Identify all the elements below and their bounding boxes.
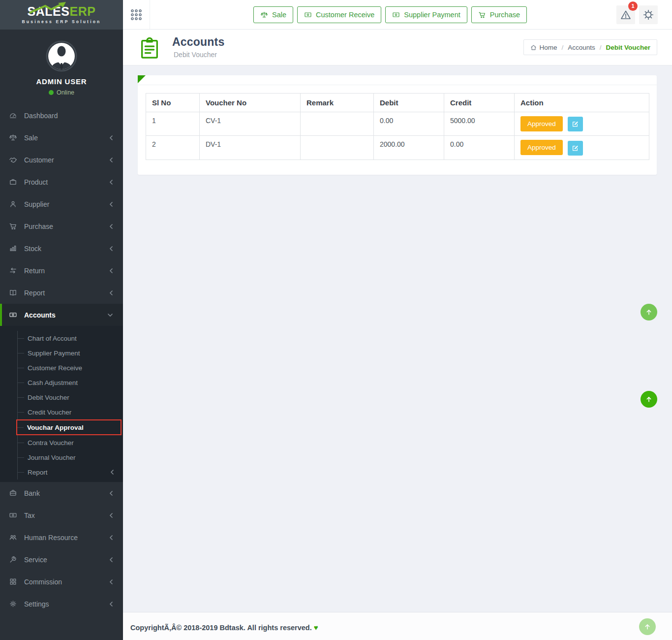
chevron-left-icon (109, 601, 113, 607)
chevron-left-icon (109, 557, 113, 563)
submenu-item-supplier-payment[interactable]: Supplier Payment (17, 346, 123, 360)
cell-debit: 2000.00 (374, 136, 444, 160)
chevron-down-icon (107, 313, 113, 317)
app-logo[interactable]: SALESERP Business ERP Solution (0, 0, 123, 30)
chevron-left-icon (109, 179, 113, 185)
breadcrumb: Home / Accounts / Debit Voucher (523, 39, 657, 55)
notifications-button[interactable]: 1 (616, 5, 635, 24)
sidebar-item-dashboard[interactable]: Dashboard (0, 104, 123, 127)
col-credit: Credit (444, 94, 515, 112)
breadcrumb-accounts[interactable]: Accounts (568, 44, 595, 51)
notification-badge: 1 (628, 1, 638, 11)
cell-voucher-no: DV-1 (200, 136, 301, 160)
settings-button[interactable] (639, 5, 658, 24)
scroll-top-button[interactable] (641, 304, 657, 320)
sale-quick-button[interactable]: Sale (253, 6, 293, 23)
sidebar-item-report[interactable]: Report (0, 282, 123, 304)
chevron-left-icon (109, 201, 113, 207)
edit-button[interactable] (568, 141, 583, 156)
sidebar-item-supplier[interactable]: Supplier (0, 193, 123, 215)
submenu-item-cash-adjustment[interactable]: Cash Adjustment (17, 375, 123, 390)
grid-menu-wrap (123, 0, 150, 29)
submenu-item-report[interactable]: Report (17, 465, 123, 480)
chevron-left-icon (109, 224, 113, 229)
customer-receive-quick-button[interactable]: Customer Receive (297, 6, 381, 23)
purchase-quick-button[interactable]: Purchase (471, 6, 527, 23)
cell-action: Approved (515, 136, 649, 160)
col-debit: Debit (374, 94, 444, 112)
gear-icon (9, 600, 17, 608)
voucher-table: Sl No Voucher No Remark Debit Credit Act… (146, 93, 649, 160)
tools-icon (9, 555, 17, 564)
money-icon (304, 11, 312, 19)
breadcrumb-separator: / (561, 44, 563, 51)
col-action: Action (515, 94, 649, 112)
cell-debit: 0.00 (374, 112, 444, 136)
scale-icon (9, 133, 17, 142)
arrow-up-icon (645, 308, 653, 316)
money-icon (392, 11, 400, 19)
return-arrows-icon (9, 266, 17, 275)
cart-icon (478, 11, 486, 19)
book-icon (9, 288, 17, 297)
submenu-item-journal-voucher[interactable]: Journal Voucher (17, 450, 123, 465)
scroll-top-button[interactable] (639, 618, 656, 635)
scroll-top-button[interactable] (641, 391, 657, 408)
avatar[interactable] (46, 40, 77, 72)
chevron-left-icon (109, 268, 113, 274)
sidebar-item-return[interactable]: Return (0, 259, 123, 282)
sidebar-item-service[interactable]: Service (0, 548, 123, 571)
sidebar-item-accounts[interactable]: Accounts (0, 304, 123, 326)
warning-icon (620, 9, 632, 21)
submenu-item-credit-voucher[interactable]: Credit Voucher (17, 405, 123, 419)
submenu-item-chart-of-account[interactable]: Chart of Account (17, 331, 123, 346)
edit-button[interactable] (568, 117, 583, 131)
card-header (138, 75, 657, 85)
main-content: Sl No Voucher No Remark Debit Credit Act… (123, 65, 672, 612)
money-icon (9, 511, 17, 519)
submenu-item-debit-voucher[interactable]: Debit Voucher (17, 390, 123, 405)
sidebar-item-human-resource[interactable]: Human Resource (0, 526, 123, 548)
cell-action: Approved (515, 112, 649, 136)
sidebar-item-tax[interactable]: Tax (0, 504, 123, 526)
handshake-icon (9, 156, 17, 164)
edit-pencil-icon (572, 121, 579, 128)
gear-icon (642, 8, 655, 21)
sidebar-item-customer[interactable]: Customer (0, 149, 123, 171)
accounts-submenu: Chart of Account Supplier Payment Custom… (0, 326, 123, 482)
submenu-item-vouchar-approval[interactable]: Vouchar Approval (16, 419, 122, 435)
chevron-left-icon (109, 246, 113, 252)
user-profile: ADMIN USER Online (0, 30, 123, 104)
sidebar-item-stock[interactable]: Stock (0, 237, 123, 259)
breadcrumb-home[interactable]: Home (530, 44, 557, 51)
voucher-card: Sl No Voucher No Remark Debit Credit Act… (138, 75, 657, 175)
app-root: SALESERP Business ERP Solution ADMIN USE… (0, 0, 672, 640)
sidebar-item-commission[interactable]: Commission (0, 571, 123, 593)
table-row: 1 CV-1 0.00 5000.00 Approved (146, 112, 649, 136)
submenu-item-customer-receive[interactable]: Customer Receive (17, 360, 123, 375)
cell-voucher-no: CV-1 (200, 112, 301, 136)
sidebar-item-purchase[interactable]: Purchase (0, 215, 123, 237)
grid-menu-button[interactable] (130, 8, 143, 21)
sidebar-item-settings[interactable]: Settings (0, 593, 123, 615)
approved-button[interactable]: Approved (520, 140, 563, 155)
logo-tagline: Business ERP Solution (22, 19, 101, 24)
cell-credit: 0.00 (444, 136, 515, 160)
breadcrumb-current: Debit Voucher (606, 44, 650, 51)
sidebar-item-sale[interactable]: Sale (0, 127, 123, 149)
approved-button[interactable]: Approved (520, 116, 563, 131)
cell-remark (301, 136, 374, 160)
page-title: Accounts (172, 35, 224, 49)
sidebar-item-bank[interactable]: Bank (0, 482, 123, 504)
chevron-left-icon (109, 290, 113, 296)
chevron-left-icon (109, 535, 113, 541)
topbar-right: 1 (616, 5, 658, 24)
home-icon (530, 44, 537, 51)
submenu-item-contra-voucher[interactable]: Contra Voucher (17, 435, 123, 450)
growth-arrow-icon (29, 2, 71, 14)
sidebar-item-product[interactable]: Product (0, 171, 123, 193)
supplier-payment-quick-button[interactable]: Supplier Payment (385, 6, 467, 23)
money-icon (9, 311, 17, 319)
cell-remark (301, 112, 374, 136)
col-voucher-no: Voucher No (200, 94, 301, 112)
